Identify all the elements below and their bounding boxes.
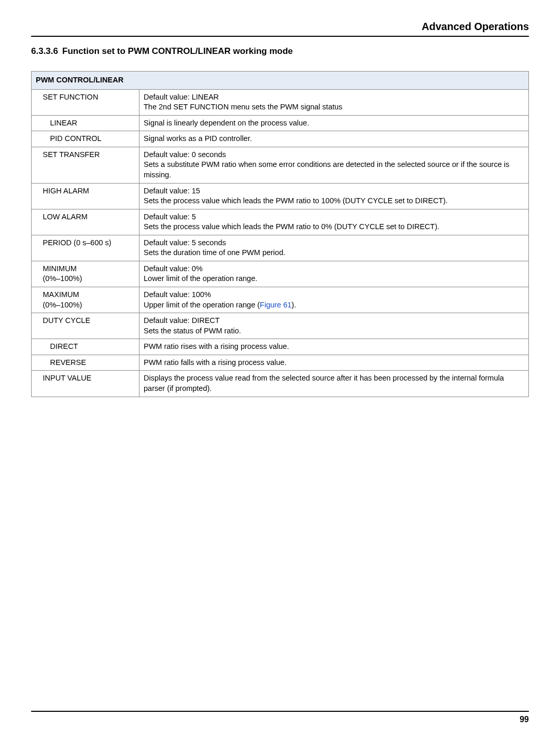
row-desc: Default value: 0% Lower limit of the ope…: [139, 261, 529, 287]
figure-link[interactable]: Figure 61: [260, 301, 291, 309]
table-title-row: PWM CONTROL/LINEAR: [32, 72, 529, 90]
indent-cell: [32, 183, 39, 209]
table-row: PERIOD (0 s–600 s) Default value: 5 seco…: [32, 235, 529, 261]
section-title: Function set to PWM CONTROL/LINEAR worki…: [62, 46, 293, 56]
desc-line: Default value: DIRECT: [144, 316, 220, 325]
label-line: (0%–100%): [43, 274, 82, 283]
row-label: DIRECT: [46, 339, 139, 355]
indent-cell: [32, 235, 39, 261]
desc-line: Default value: 0 seconds: [144, 150, 226, 159]
row-desc: Signal is linearly dependent on the proc…: [139, 115, 529, 131]
table-row: LINEAR Signal is linearly dependent on t…: [32, 115, 529, 131]
desc-line: Default value: 100%: [144, 290, 211, 299]
desc-line: Default value: 5: [144, 213, 196, 221]
row-desc: Displays the process value read from the…: [139, 371, 529, 397]
row-desc: Default value: 5 Sets the process value …: [139, 209, 529, 235]
indent-cell: [39, 115, 46, 131]
desc-line: ).: [291, 301, 296, 309]
row-label: DUTY CYCLE: [39, 313, 139, 339]
section-number: 6.3.3.6: [31, 46, 58, 56]
table-title: PWM CONTROL/LINEAR: [32, 72, 529, 90]
indent-cell: [32, 339, 39, 355]
row-desc: PWM ratio rises with a rising process va…: [139, 339, 529, 355]
row-label: REVERSE: [46, 355, 139, 371]
row-label: INPUT VALUE: [39, 371, 139, 397]
indent-cell: [32, 261, 39, 287]
table-row: SET FUNCTION Default value: LINEAR The 2…: [32, 89, 529, 115]
table-row: HIGH ALARM Default value: 15 Sets the pr…: [32, 183, 529, 209]
footer-rule: [31, 711, 529, 712]
table-row: MINIMUM (0%–100%) Default value: 0% Lowe…: [32, 261, 529, 287]
indent-cell: [32, 115, 39, 131]
indent-cell: [32, 355, 39, 371]
row-label: SET TRANSFER: [39, 147, 139, 183]
header-rule: [31, 36, 529, 37]
row-desc: Default value: 0 seconds Sets a substitu…: [139, 147, 529, 183]
desc-line: Default value: LINEAR: [144, 93, 219, 101]
indent-cell: [39, 355, 46, 371]
label-line: (0%–100%): [43, 301, 82, 309]
desc-line: Sets the process value which leads the P…: [144, 196, 447, 205]
row-desc: Default value: 5 seconds Sets the durati…: [139, 235, 529, 261]
desc-line: Lower limit of the operation range.: [144, 274, 257, 283]
table-row: DIRECT PWM ratio rises with a rising pro…: [32, 339, 529, 355]
indent-cell: [39, 131, 46, 147]
indent-cell: [32, 131, 39, 147]
row-label: PERIOD (0 s–600 s): [39, 235, 139, 261]
row-desc: Signal works as a PID controller.: [139, 131, 529, 147]
indent-cell: [32, 313, 39, 339]
row-label: SET FUNCTION: [39, 89, 139, 115]
desc-line: Sets the duration time of one PWM period…: [144, 248, 285, 257]
pwm-table: PWM CONTROL/LINEAR SET FUNCTION Default …: [31, 71, 529, 397]
desc-line: Sets the process value which leads the P…: [144, 222, 439, 231]
row-label: LINEAR: [46, 115, 139, 131]
indent-cell: [32, 371, 39, 397]
page-number: 99: [31, 715, 529, 724]
row-desc: PWM ratio falls with a rising process va…: [139, 355, 529, 371]
page-footer: 99: [31, 711, 529, 724]
row-label: HIGH ALARM: [39, 183, 139, 209]
table-row: SET TRANSFER Default value: 0 seconds Se…: [32, 147, 529, 183]
desc-line: Upper limit of the operation range (: [144, 301, 260, 309]
desc-line: Default value: 5 seconds: [144, 238, 226, 247]
table-row: LOW ALARM Default value: 5 Sets the proc…: [32, 209, 529, 235]
row-desc: Default value: LINEAR The 2nd SET FUNCTI…: [139, 89, 529, 115]
table-row: MAXIMUM (0%–100%) Default value: 100% Up…: [32, 287, 529, 313]
indent-cell: [32, 287, 39, 313]
row-desc: Default value: 100% Upper limit of the o…: [139, 287, 529, 313]
table-row: DUTY CYCLE Default value: DIRECT Sets th…: [32, 313, 529, 339]
label-line: MAXIMUM: [43, 290, 79, 299]
row-label: PID CONTROL: [46, 131, 139, 147]
section-heading: 6.3.3.6Function set to PWM CONTROL/LINEA…: [31, 46, 529, 57]
table-row: PID CONTROL Signal works as a PID contro…: [32, 131, 529, 147]
indent-cell: [32, 209, 39, 235]
desc-line: The 2nd SET FUNCTION menu sets the PWM s…: [144, 103, 342, 111]
row-label: MAXIMUM (0%–100%): [39, 287, 139, 313]
row-desc: Default value: 15 Sets the process value…: [139, 183, 529, 209]
desc-line: Default value: 15: [144, 187, 200, 195]
indent-cell: [32, 147, 39, 183]
indent-cell: [32, 89, 39, 115]
indent-cell: [39, 339, 46, 355]
row-label: MINIMUM (0%–100%): [39, 261, 139, 287]
label-line: MINIMUM: [43, 264, 77, 273]
desc-line: Sets the status of PWM ratio.: [144, 327, 241, 335]
page-header-title: Advanced Operations: [31, 21, 529, 36]
row-desc: Default value: DIRECT Sets the status of…: [139, 313, 529, 339]
desc-line: Sets a substitute PWM ratio when some er…: [144, 160, 509, 179]
table-row: INPUT VALUE Displays the process value r…: [32, 371, 529, 397]
row-label: LOW ALARM: [39, 209, 139, 235]
table-row: REVERSE PWM ratio falls with a rising pr…: [32, 355, 529, 371]
desc-line: Default value: 0%: [144, 264, 203, 273]
